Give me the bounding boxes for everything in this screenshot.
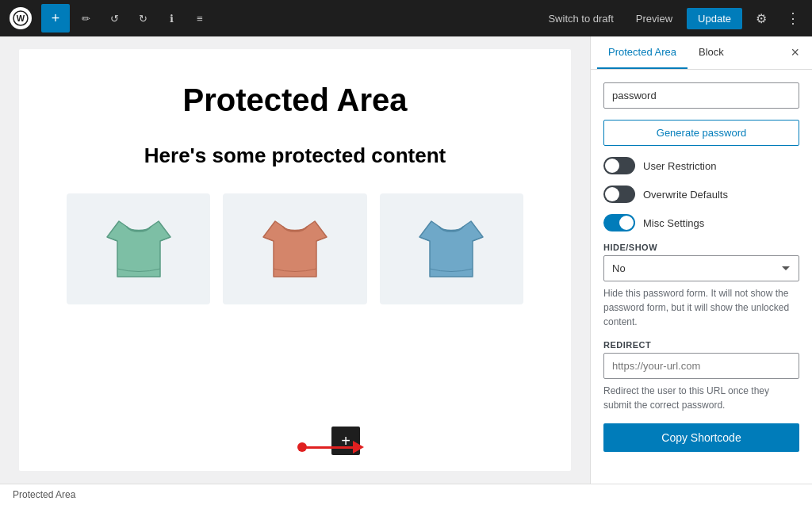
hide-show-section: HIDE/SHOW No Yes Hide this password form… [603, 243, 799, 329]
shirt-card-blue [380, 193, 523, 304]
undo-button[interactable]: ↺ [102, 6, 127, 31]
editor-area: Protected Area Here's some protected con… [0, 36, 590, 484]
sidebar-content: Generate password User Restriction Overw… [591, 70, 812, 465]
list-icon: ≡ [197, 13, 203, 25]
shirt-image-green [103, 209, 174, 289]
hide-show-section-label: HIDE/SHOW [603, 243, 799, 252]
shirt-card-green [67, 193, 210, 304]
arrow-line [305, 446, 353, 449]
redo-button[interactable]: ↻ [130, 6, 155, 31]
hide-show-help-text: Hide this password form. It will not sho… [603, 286, 799, 329]
status-text: Protected Area [13, 489, 75, 500]
overwrite-defaults-label: Overwrite Defaults [643, 189, 728, 201]
list-view-button[interactable]: ≡ [187, 6, 213, 31]
red-arrow-annotation [297, 441, 364, 453]
plus-icon: + [52, 10, 60, 27]
password-input[interactable] [603, 82, 799, 109]
sidebar: Protected Area Block × Generate password… [590, 36, 812, 484]
overwrite-defaults-row: Overwrite Defaults [603, 186, 799, 203]
page-title: Protected Area [182, 81, 407, 119]
overwrite-defaults-toggle[interactable] [603, 186, 635, 203]
shirts-row [67, 193, 523, 304]
tab-block[interactable]: Block [688, 36, 735, 69]
wp-logo-icon: W [13, 10, 29, 26]
misc-settings-row: Misc Settings [603, 214, 799, 231]
shirt-card-salmon [223, 193, 366, 304]
edit-button[interactable]: ✏ [73, 6, 98, 31]
user-restriction-row: User Restriction [603, 157, 799, 174]
copy-shortcode-button[interactable]: Copy Shortcode [603, 423, 799, 452]
redirect-section-label: REDIRECT [603, 340, 799, 350]
pencil-icon: ✏ [82, 13, 90, 25]
misc-settings-label: Misc Settings [643, 217, 704, 229]
toolbar: W + ✏ ↺ ↻ ℹ ≡ Switch to draft Preview Up… [0, 0, 812, 36]
svg-text:W: W [17, 13, 25, 23]
generate-password-button[interactable]: Generate password [603, 120, 799, 146]
info-icon: ℹ [170, 13, 174, 25]
main-layout: Protected Area Here's some protected con… [0, 36, 812, 484]
info-button[interactable]: ℹ [159, 6, 184, 31]
more-icon: ⋮ [786, 10, 800, 27]
redirect-section: REDIRECT Redirect the user to this URL o… [603, 340, 799, 412]
undo-icon: ↺ [110, 13, 119, 25]
more-options-button[interactable]: ⋮ [780, 6, 806, 31]
tab-protected-area[interactable]: Protected Area [597, 36, 688, 69]
hide-show-select[interactable]: No Yes [603, 255, 799, 281]
redirect-help-text: Redirect the user to this URL once they … [603, 384, 799, 412]
wp-logo-inner: W [10, 7, 32, 29]
user-restriction-label: User Restriction [643, 160, 716, 172]
misc-settings-toggle[interactable] [603, 214, 635, 231]
redirect-input[interactable] [603, 353, 799, 379]
wp-logo: W [6, 4, 35, 33]
settings-button[interactable]: ⚙ [749, 6, 774, 31]
toggle-thumb-misc [619, 216, 634, 230]
update-button[interactable]: Update [687, 8, 742, 29]
shirt-image-salmon [259, 209, 331, 289]
sidebar-tabs: Protected Area Block × [591, 36, 812, 70]
user-restriction-toggle[interactable] [603, 157, 635, 174]
arrow-head [353, 441, 364, 453]
add-block-toolbar-button[interactable]: + [41, 4, 70, 33]
status-bar: Protected Area [0, 484, 812, 505]
editor-canvas: Protected Area Here's some protected con… [19, 49, 571, 471]
shirt-image-blue [416, 209, 487, 289]
sidebar-close-button[interactable]: × [784, 38, 806, 67]
gear-icon: ⚙ [756, 11, 767, 26]
toolbar-right: Switch to draft Preview Update ⚙ ⋮ [540, 6, 806, 31]
toggle-thumb-overwrite [605, 187, 619, 201]
preview-button[interactable]: Preview [628, 8, 680, 29]
redo-icon: ↻ [139, 13, 147, 25]
switch-to-draft-button[interactable]: Switch to draft [540, 8, 621, 29]
page-subtitle: Here's some protected content [144, 143, 446, 170]
toggle-thumb-user-restriction [605, 159, 619, 173]
